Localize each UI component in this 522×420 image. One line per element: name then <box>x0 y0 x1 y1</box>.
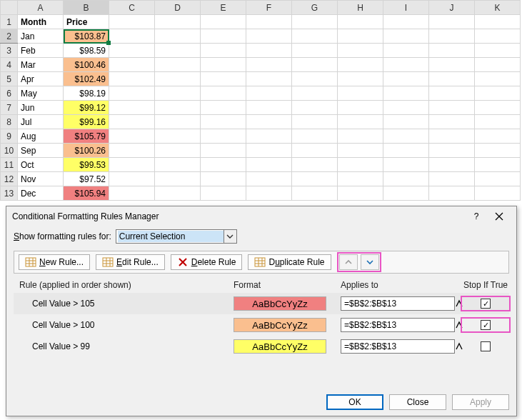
cell-A3[interactable]: Feb <box>18 44 64 58</box>
cell-I12[interactable] <box>383 172 429 186</box>
cell-F5[interactable] <box>246 72 292 86</box>
cell-A7[interactable]: Jun <box>18 101 64 115</box>
cell-K5[interactable] <box>475 72 521 86</box>
cell-H13[interactable] <box>338 186 383 201</box>
column-header-E[interactable]: E <box>201 1 246 15</box>
cell-B6[interactable]: $98.19 <box>64 86 109 101</box>
cell-J11[interactable] <box>429 158 475 172</box>
select-all-corner[interactable] <box>1 1 18 15</box>
new-rule-button[interactable]: New Rule... <box>19 254 90 270</box>
cell-K10[interactable] <box>475 144 521 158</box>
cell-D4[interactable] <box>155 58 201 72</box>
rule-row[interactable]: Cell Value > 100AaBbCcYyZz <box>14 314 509 336</box>
column-header-F[interactable]: F <box>246 1 292 15</box>
row-header-10[interactable]: 10 <box>1 144 18 158</box>
help-button[interactable]: ? <box>465 208 488 225</box>
cell-C13[interactable] <box>109 186 155 201</box>
row-header-4[interactable]: 4 <box>1 58 18 72</box>
cell-I9[interactable] <box>383 129 429 144</box>
cell-D2[interactable] <box>155 29 201 44</box>
cell-E13[interactable] <box>201 186 246 201</box>
cell-K4[interactable] <box>475 58 521 72</box>
cell-C6[interactable] <box>109 86 155 101</box>
row-header-11[interactable]: 11 <box>1 158 18 172</box>
cell-D13[interactable] <box>155 186 201 201</box>
delete-rule-button[interactable]: Delete Rule <box>171 254 243 270</box>
cell-H3[interactable] <box>338 44 383 58</box>
cell-K6[interactable] <box>475 86 521 101</box>
cell-G12[interactable] <box>292 172 338 186</box>
cell-D7[interactable] <box>155 101 201 115</box>
cell-F7[interactable] <box>246 101 292 115</box>
cell-I3[interactable] <box>383 44 429 58</box>
cell-E4[interactable] <box>201 58 246 72</box>
cell-C4[interactable] <box>109 58 155 72</box>
cell-A9[interactable]: Aug <box>18 129 64 144</box>
cell-J12[interactable] <box>429 172 475 186</box>
cell-A6[interactable]: May <box>18 86 64 101</box>
cell-D12[interactable] <box>155 172 201 186</box>
cell-C2[interactable] <box>109 29 155 44</box>
cell-I4[interactable] <box>383 58 429 72</box>
cell-B11[interactable]: $99.53 <box>64 158 109 172</box>
cell-I11[interactable] <box>383 158 429 172</box>
cell-B12[interactable]: $97.52 <box>64 172 109 186</box>
cell-F10[interactable] <box>246 144 292 158</box>
cell-A2[interactable]: Jan <box>18 29 64 44</box>
cell-B4[interactable]: $100.46 <box>64 58 109 72</box>
cell-K12[interactable] <box>475 172 521 186</box>
move-up-button[interactable] <box>339 254 358 270</box>
cell-A10[interactable]: Sep <box>18 144 64 158</box>
duplicate-rule-button[interactable]: Duplicate Rule <box>248 254 331 270</box>
cell-C12[interactable] <box>109 172 155 186</box>
cell-C7[interactable] <box>109 101 155 115</box>
cell-A1[interactable]: Month <box>18 15 64 29</box>
cell-H9[interactable] <box>338 129 383 144</box>
column-header-H[interactable]: H <box>338 1 383 15</box>
cell-H2[interactable] <box>338 29 383 44</box>
cell-J6[interactable] <box>429 86 475 101</box>
cell-F12[interactable] <box>246 172 292 186</box>
cell-F3[interactable] <box>246 44 292 58</box>
cell-A12[interactable]: Nov <box>18 172 64 186</box>
cell-G9[interactable] <box>292 129 338 144</box>
close-dialog-button[interactable]: Close <box>389 394 446 410</box>
cell-I8[interactable] <box>383 115 429 129</box>
cell-G10[interactable] <box>292 144 338 158</box>
cell-J7[interactable] <box>429 101 475 115</box>
cell-F6[interactable] <box>246 86 292 101</box>
cell-E1[interactable] <box>201 15 246 29</box>
cell-A8[interactable]: Jul <box>18 115 64 129</box>
cell-E5[interactable] <box>201 72 246 86</box>
column-header-C[interactable]: C <box>109 1 155 15</box>
cell-H6[interactable] <box>338 86 383 101</box>
cell-G11[interactable] <box>292 158 338 172</box>
cell-D9[interactable] <box>155 129 201 144</box>
cell-C9[interactable] <box>109 129 155 144</box>
cell-B8[interactable]: $99.16 <box>64 115 109 129</box>
cell-G13[interactable] <box>292 186 338 201</box>
cell-E9[interactable] <box>201 129 246 144</box>
cell-H5[interactable] <box>338 72 383 86</box>
cell-C3[interactable] <box>109 44 155 58</box>
cell-F4[interactable] <box>246 58 292 72</box>
cell-K7[interactable] <box>475 101 521 115</box>
cell-G5[interactable] <box>292 72 338 86</box>
cell-D8[interactable] <box>155 115 201 129</box>
cell-G3[interactable] <box>292 44 338 58</box>
row-header-7[interactable]: 7 <box>1 101 18 115</box>
rule-row[interactable]: Cell Value > 105AaBbCcYyZz <box>14 293 509 314</box>
cell-B10[interactable]: $100.26 <box>64 144 109 158</box>
cell-D10[interactable] <box>155 144 201 158</box>
cell-H1[interactable] <box>338 15 383 29</box>
applies-to-input[interactable] <box>341 299 454 309</box>
cell-K8[interactable] <box>475 115 521 129</box>
cell-I7[interactable] <box>383 101 429 115</box>
cell-F11[interactable] <box>246 158 292 172</box>
ok-button[interactable]: OK <box>326 394 383 410</box>
close-button[interactable] <box>488 208 511 225</box>
cell-C11[interactable] <box>109 158 155 172</box>
cell-J9[interactable] <box>429 129 475 144</box>
rule-row[interactable]: Cell Value > 99AaBbCcYyZz <box>14 336 509 357</box>
cell-G7[interactable] <box>292 101 338 115</box>
